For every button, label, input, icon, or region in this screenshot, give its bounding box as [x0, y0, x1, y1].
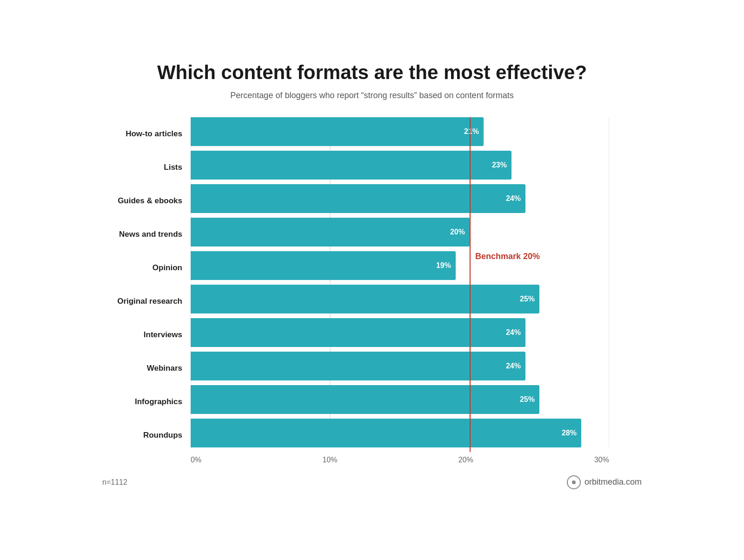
- bar: 25%: [191, 285, 539, 313]
- bar-value-label: 24%: [506, 328, 521, 337]
- footer-n: n=1112: [102, 478, 127, 487]
- benchmark-line: [470, 117, 471, 452]
- chart-subtitle: Percentage of bloggers who report “stron…: [102, 91, 642, 100]
- bar-value-label: 28%: [562, 429, 577, 437]
- footer: n=1112 orbitmedia.com: [102, 475, 642, 489]
- x-tick: 0%: [191, 456, 201, 464]
- footer-logo: orbitmedia.com: [567, 475, 642, 489]
- bar: 24%: [191, 184, 525, 213]
- chart-title: Which content formats are the most effec…: [102, 61, 642, 84]
- y-label: Webinars: [102, 352, 186, 385]
- bar-row: 24%: [191, 318, 642, 347]
- y-labels: How-to articlesListsGuides & ebooksNews …: [102, 117, 191, 452]
- x-tick: 10%: [322, 456, 337, 464]
- y-label: How-to articles: [102, 117, 186, 151]
- bars-section: How-to articlesListsGuides & ebooksNews …: [102, 117, 642, 452]
- y-label: Guides & ebooks: [102, 184, 186, 218]
- bar: 21%: [191, 117, 484, 146]
- y-label: Original research: [102, 285, 186, 318]
- bar: 24%: [191, 318, 525, 347]
- x-tick: 30%: [594, 456, 609, 464]
- bar-row: 25%: [191, 285, 642, 313]
- bar-value-label: 19%: [436, 261, 451, 270]
- logo-icon: [567, 475, 581, 489]
- bar-row: 21%: [191, 117, 642, 146]
- bar: 24%: [191, 352, 525, 380]
- y-label: Opinion: [102, 251, 186, 285]
- bar-row: 19%: [191, 251, 642, 280]
- x-axis: 0%10%20%30%: [191, 456, 609, 464]
- bar-value-label: 21%: [464, 127, 479, 136]
- bar-value-label: 23%: [492, 161, 507, 169]
- bar-row: 25%: [191, 385, 642, 414]
- bar-row: 20%: [191, 218, 642, 247]
- bar-value-label: 24%: [506, 194, 521, 203]
- y-label: Infographics: [102, 385, 186, 419]
- logo-text: orbitmedia.com: [585, 477, 642, 487]
- bar-value-label: 25%: [520, 395, 535, 404]
- bar: 28%: [191, 419, 581, 447]
- bar-row: 24%: [191, 184, 642, 213]
- bars-plot: Benchmark 20%21%23%24%20%19%25%24%24%25%…: [191, 117, 642, 452]
- y-label: Lists: [102, 151, 186, 184]
- y-label: News and trends: [102, 218, 186, 251]
- logo-dot: [572, 480, 576, 484]
- chart-area: How-to articlesListsGuides & ebooksNews …: [102, 117, 642, 464]
- x-tick: 20%: [458, 456, 473, 464]
- chart-container: Which content formats are the most effec…: [74, 43, 670, 517]
- bar-value-label: 25%: [520, 295, 535, 303]
- bar-value-label: 20%: [450, 228, 465, 236]
- y-label: Interviews: [102, 318, 186, 352]
- bar-row: 24%: [191, 352, 642, 380]
- bar-row: 28%: [191, 419, 642, 447]
- bar: 20%: [191, 218, 470, 247]
- y-label: Roundups: [102, 419, 186, 452]
- bar: 23%: [191, 151, 512, 180]
- bar: 25%: [191, 385, 539, 414]
- bar: 19%: [191, 251, 456, 280]
- bar-value-label: 24%: [506, 362, 521, 370]
- bar-row: 23%: [191, 151, 642, 180]
- benchmark-label: Benchmark 20%: [475, 252, 540, 261]
